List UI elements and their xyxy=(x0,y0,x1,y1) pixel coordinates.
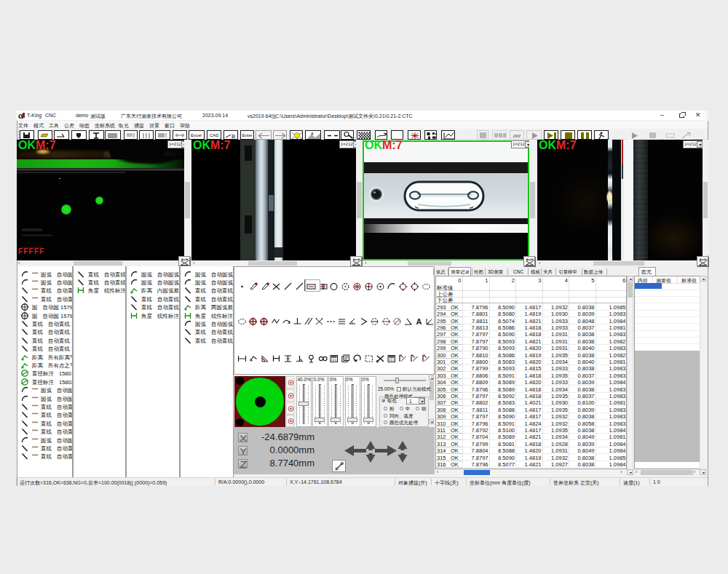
svg-text:α: α xyxy=(18,111,23,119)
svg-text:A: A xyxy=(416,317,422,326)
svg-text:B: B xyxy=(232,133,235,140)
